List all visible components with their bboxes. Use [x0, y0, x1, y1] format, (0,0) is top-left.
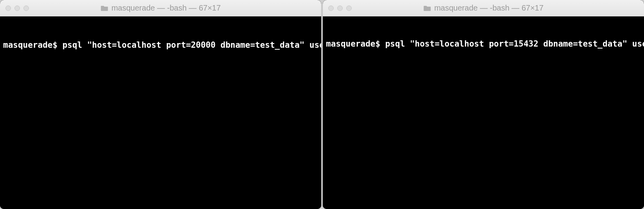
folder-icon [423, 5, 431, 11]
window-title: masquerade — -bash — 67×17 [111, 4, 221, 13]
folder-icon [100, 5, 108, 11]
close-button[interactable] [5, 5, 11, 11]
zoom-button[interactable] [23, 5, 29, 11]
terminal-body[interactable]: masquerade$ psql "host=localhost port=20… [0, 16, 321, 209]
close-button[interactable] [328, 5, 334, 11]
window-title: masquerade — -bash — 67×17 [434, 4, 544, 13]
minimize-button[interactable] [14, 5, 20, 11]
traffic-lights [5, 5, 29, 11]
zoom-button[interactable] [346, 5, 352, 11]
titlebar[interactable]: masquerade — -bash — 67×17 [323, 0, 644, 16]
window-title-area: masquerade — -bash — 67×17 [100, 4, 221, 13]
shell-prompt: masquerade$ [326, 39, 385, 49]
terminal-window-right: masquerade — -bash — 67×17 masquerade$ p… [323, 0, 644, 209]
titlebar[interactable]: masquerade — -bash — 67×17 [0, 0, 321, 16]
shell-command: psql "host=localhost port=15432 dbname=t… [385, 39, 644, 49]
shell-command: psql "host=localhost port=20000 dbname=t… [63, 40, 321, 50]
terminal-line: masquerade$ psql "host=localhost port=20… [3, 39, 318, 50]
terminal-line: masquerade$ psql "host=localhost port=15… [326, 39, 641, 49]
minimize-button[interactable] [337, 5, 343, 11]
shell-prompt: masquerade$ [3, 40, 63, 50]
traffic-lights [328, 5, 352, 11]
window-title-area: masquerade — -bash — 67×17 [423, 4, 544, 13]
terminal-body[interactable]: masquerade$ psql "host=localhost port=15… [323, 16, 644, 209]
terminal-window-left: masquerade — -bash — 67×17 masquerade$ p… [0, 0, 321, 209]
